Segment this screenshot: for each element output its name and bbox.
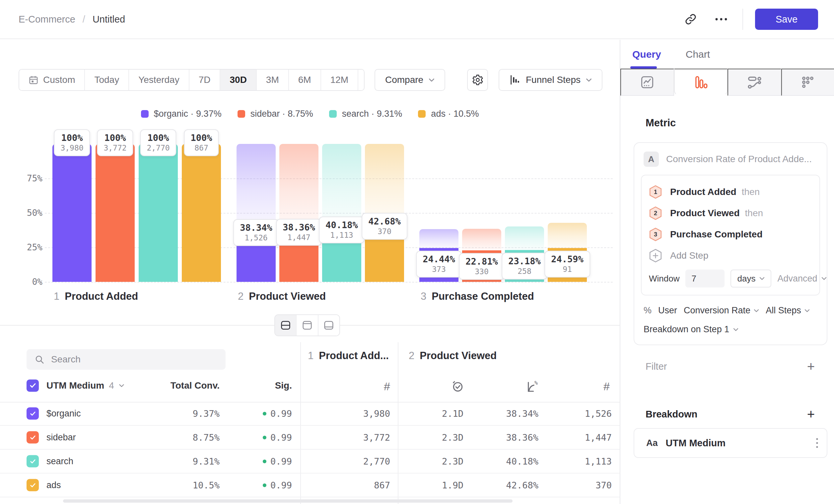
flow-icon [747, 75, 762, 90]
total-conv-header[interactable]: Total Conv. [133, 380, 220, 391]
count-column-icon[interactable]: # [367, 378, 390, 395]
view-toggle-chart-view[interactable] [297, 315, 318, 336]
window-value-input[interactable] [685, 270, 725, 288]
row-total-conv: 9.31% [146, 450, 220, 473]
chart-type-tab-funnel[interactable] [674, 69, 728, 96]
row-checkbox[interactable] [26, 455, 39, 467]
count-column-icon[interactable]: # [587, 378, 610, 395]
bar-count: 370 [368, 227, 401, 236]
chevron-down-icon [759, 277, 765, 280]
row-checkbox[interactable] [26, 479, 39, 491]
sig-dot [263, 483, 266, 487]
table-row-search[interactable]: search 9.31% 0.99 2,770 2.3D 40.18% 1,11… [0, 450, 620, 474]
breakdown-on-step-dropdown[interactable]: Breakdown on Step 1 [643, 324, 817, 335]
tab-chart[interactable]: Chart [686, 49, 710, 60]
bar-$organic-step1[interactable] [52, 144, 92, 282]
bar-search-step1[interactable] [139, 144, 178, 282]
step-number: 2 [238, 291, 243, 302]
row-checkbox[interactable] [26, 408, 39, 420]
conversion-rate-column-icon[interactable]: % [516, 378, 540, 395]
add-breakdown-button[interactable]: + [807, 408, 815, 421]
row-label: ads [46, 474, 129, 497]
table-search[interactable] [26, 349, 225, 370]
chevron-down-icon [119, 384, 125, 387]
query-panel-body: Metric A Conversion Rate of Product Adde… [620, 96, 834, 504]
row-step1-count: 3,980 [317, 402, 390, 425]
breadcrumb-project[interactable]: E-Commerce [19, 14, 75, 25]
window-unit-dropdown[interactable]: days [730, 270, 771, 288]
bar-pct: 24.44% [423, 254, 455, 264]
breadcrumb-title[interactable]: Untitled [92, 14, 125, 25]
sig-dot [263, 436, 266, 439]
step-number: 2 [409, 350, 414, 362]
breakdown-section: Breakdown + [634, 408, 827, 421]
bar-sidebar-step2[interactable] [279, 144, 319, 282]
advanced-dropdown[interactable]: Advanced [777, 274, 826, 284]
view-toggle-split-view[interactable] [275, 315, 297, 336]
metric-title: Conversion Rate of Product Adde... [666, 154, 812, 164]
step-event-name: Purchase Completed [670, 229, 763, 240]
bar-pct: 42.68% [368, 216, 401, 227]
bar-ads-step1[interactable] [182, 144, 221, 282]
breakdown-item[interactable]: Aa UTM Medium [634, 428, 827, 458]
share-link-button[interactable] [681, 10, 700, 28]
chart-type-tab-grid[interactable] [781, 69, 834, 96]
chevron-down-icon [754, 309, 759, 312]
bar-count: 1,113 [325, 231, 358, 239]
chart-type-strip [620, 69, 834, 96]
horizontal-scrollbar[interactable] [63, 499, 512, 503]
funnel-chart: 75% 50% 25% 0% 100% 3,980 100% 3,772 100… [0, 40, 620, 325]
measure-scope-dropdown[interactable]: All Steps [766, 305, 810, 316]
query-step-3[interactable]: 3 Purchase Completed [649, 224, 812, 245]
bar-value-label: 100% 2,770 [140, 129, 176, 156]
table-row-sidebar[interactable]: sidebar 8.75% 0.99 3,772 2.3D 38.36% 1,4… [0, 426, 620, 450]
bar-$organic-step2[interactable] [237, 144, 276, 282]
bar-pct: 38.36% [283, 222, 315, 232]
view-toggle-table-view[interactable] [319, 315, 339, 336]
table-row-ads[interactable]: ads 10.5% 0.99 867 1.9D 42.68% 370 [0, 474, 620, 497]
add-filter-button[interactable]: + [807, 360, 815, 373]
breakdown-on-label: Breakdown on Step 1 [643, 324, 729, 335]
select-all-checkbox[interactable] [26, 379, 39, 392]
chart-type-tab-line-chart[interactable] [620, 69, 674, 96]
link-icon [684, 13, 697, 25]
topbar-divider [742, 8, 743, 30]
kebab-menu-icon[interactable] [815, 437, 819, 449]
bar-sidebar-step1[interactable] [95, 144, 135, 282]
step-axis-label[interactable]: 1 Product Added [54, 291, 138, 302]
time-to-convert-icon[interactable] [441, 378, 464, 395]
group-count: 4 [109, 380, 114, 391]
measure-row: % User Conversion Rate All Steps [643, 305, 817, 316]
step-hexagon-badge: 3 [649, 227, 662, 242]
row-sig: 0.99 [232, 402, 292, 425]
measure-user-label[interactable]: User [658, 305, 677, 316]
funnel-icon [693, 75, 708, 90]
bar-pct: 100% [60, 133, 83, 143]
step-name: Product Added [65, 291, 138, 302]
step-event-name: Product Added [670, 187, 737, 197]
sig-header[interactable]: Sig. [232, 380, 292, 391]
step-axis-label[interactable]: 3 Purchase Completed [421, 291, 534, 302]
group-by-header[interactable]: UTM Medium 4 [46, 380, 125, 391]
add-step-button[interactable]: Add Step [649, 245, 812, 266]
bar-value-label: 22.81% 330 [459, 253, 505, 280]
save-button[interactable]: Save [755, 8, 818, 30]
search-input[interactable] [51, 354, 218, 365]
step-axis-label[interactable]: 2 Product Viewed [238, 291, 326, 302]
query-step-1[interactable]: 1 Product Added then [649, 181, 812, 203]
row-checkbox[interactable] [26, 431, 39, 444]
measure-scope-label: All Steps [766, 305, 801, 316]
svg-text:3: 3 [654, 231, 657, 238]
metric-summary-row[interactable]: A Conversion Rate of Product Adde... [641, 152, 820, 175]
measure-metric-dropdown[interactable]: Conversion Rate [684, 305, 759, 316]
bar-search-step2[interactable] [322, 144, 361, 282]
query-step-2[interactable]: 2 Product Viewed then [649, 203, 812, 224]
chart-type-tab-flow[interactable] [727, 69, 781, 96]
table-row-organic[interactable]: $organic 9.37% 0.99 3,980 2.1D 38.34% 1,… [0, 402, 620, 426]
bar-previous-step-shadow [548, 223, 587, 248]
row-step2-conv: 42.68% [478, 474, 539, 497]
more-options-button[interactable] [712, 10, 730, 28]
bar-count: 91 [551, 265, 584, 274]
tab-query[interactable]: Query [632, 49, 661, 60]
row-step2-conv: 40.18% [478, 450, 539, 473]
